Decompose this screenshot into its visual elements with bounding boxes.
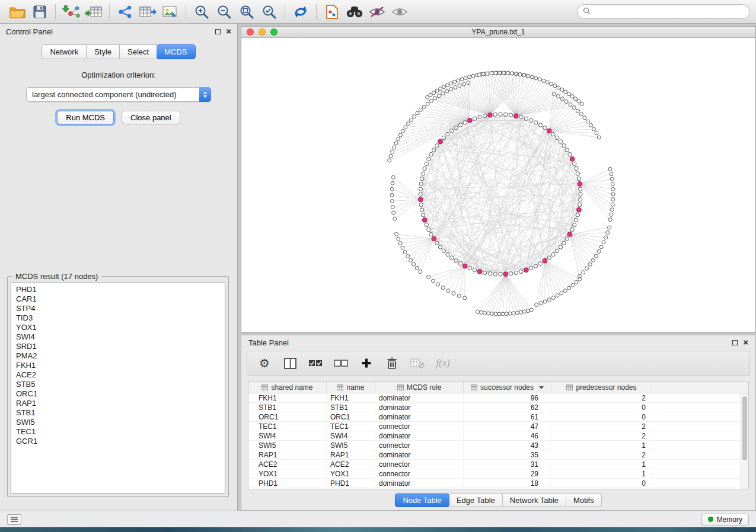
table-cell[interactable]: PHD1 (327, 479, 375, 488)
export-network-icon[interactable] (114, 2, 136, 21)
tab-select[interactable]: Select (120, 44, 157, 59)
table-scrollbar[interactable] (741, 393, 748, 489)
table-cell[interactable]: 2 (551, 431, 652, 440)
column-header-predecessor-nodes[interactable]: predecessor nodes (551, 382, 652, 393)
table-scrollbar-thumb[interactable] (742, 396, 747, 460)
table-cell[interactable]: 0 (551, 412, 652, 421)
table-cell[interactable]: 18 (464, 479, 551, 488)
table-cell[interactable]: 29 (464, 469, 551, 478)
table-cell[interactable]: dominator (375, 393, 464, 402)
table-cell[interactable]: YOX1 (248, 469, 327, 478)
tab-network[interactable]: Network (42, 44, 87, 59)
table-cell[interactable]: connector (375, 441, 464, 450)
zoom-in-icon[interactable] (190, 2, 213, 21)
table-cell[interactable]: TEC1 (327, 422, 375, 431)
table-row[interactable]: ORC1ORC1dominator610 (248, 412, 748, 422)
mcds-result-item[interactable]: YOX1 (11, 323, 225, 332)
float-panel-icon[interactable] (215, 29, 221, 34)
table-cell[interactable]: SWI5 (248, 441, 327, 450)
mcds-result-item[interactable]: STB5 (11, 380, 225, 389)
zoom-selected-icon[interactable] (258, 2, 280, 21)
column-header-successor-nodes[interactable]: successor nodes (464, 382, 551, 393)
mcds-result-item[interactable]: ACE2 (11, 370, 225, 380)
table-cell[interactable]: ACE2 (248, 460, 327, 469)
dropdown-stepper-icon[interactable] (199, 87, 211, 102)
table-cell[interactable]: dominator (375, 403, 464, 412)
select-all-icon[interactable] (308, 354, 323, 372)
mcds-result-item[interactable]: CAR1 (11, 294, 225, 304)
window-close-icon[interactable] (247, 28, 254, 36)
table-cell[interactable]: 0 (551, 479, 652, 488)
optimization-criterion-dropdown[interactable]: largest connected component (undirected) (26, 87, 211, 102)
table-cell[interactable]: 96 (464, 393, 551, 402)
mcds-result-item[interactable]: STB1 (11, 408, 225, 418)
add-column-icon[interactable] (359, 354, 374, 372)
table-cell[interactable]: 35 (464, 450, 551, 459)
table-cell[interactable]: YOX1 (327, 469, 375, 478)
table-cell[interactable]: STB1 (248, 403, 327, 412)
table-row[interactable]: RAP1RAP1dominator352 (248, 450, 748, 460)
table-cell[interactable]: 46 (464, 431, 551, 440)
table-cell[interactable]: dominator (375, 431, 464, 440)
table-cell[interactable]: 0 (551, 403, 652, 412)
table-cell[interactable]: dominator (375, 479, 464, 488)
table-row[interactable]: STB1STB1dominator620 (248, 403, 748, 412)
mcds-result-list[interactable]: PHD1CAR1STP4TID3YOX1SWI4SRD1PMA2FKH1ACE2… (11, 283, 225, 493)
column-header-shared-name[interactable]: shared name (248, 382, 327, 393)
table-cell[interactable]: 47 (464, 422, 551, 431)
mcds-result-item[interactable]: TID3 (11, 313, 225, 323)
table-cell[interactable]: 2 (551, 422, 652, 431)
table-cell[interactable]: connector (375, 422, 464, 431)
export-image-icon[interactable] (159, 2, 181, 21)
mcds-result-item[interactable]: PMA2 (11, 351, 225, 361)
table-cell[interactable]: ORC1 (248, 412, 327, 421)
table-cell[interactable]: 61 (464, 412, 551, 421)
table-row[interactable]: YOX1YOX1connector291 (248, 469, 748, 479)
mcds-result-item[interactable]: PHD1 (11, 285, 225, 294)
save-session-icon[interactable] (28, 2, 51, 21)
table-cell[interactable]: dominator (375, 450, 464, 459)
delete-column-icon[interactable] (384, 354, 400, 372)
zoom-fit-icon[interactable] (235, 2, 258, 21)
close-table-panel-icon[interactable]: × (743, 339, 748, 345)
show-columns-icon[interactable] (282, 354, 298, 372)
table-cell[interactable]: 1 (551, 441, 652, 450)
table-row[interactable]: TEC1TEC1connector472 (248, 422, 748, 431)
table-settings-gear-icon[interactable]: ⚙ (257, 354, 272, 372)
memory-button[interactable]: Memory (701, 514, 749, 525)
share-document-icon[interactable] (321, 2, 343, 21)
search-input[interactable] (594, 8, 744, 16)
mcds-result-item[interactable]: SWI4 (11, 332, 225, 342)
export-table-icon[interactable] (136, 2, 159, 21)
mcds-result-item[interactable]: ORC1 (11, 389, 225, 399)
close-panel-button[interactable]: Close panel (122, 111, 180, 124)
mcds-result-item[interactable]: GCR1 (11, 437, 225, 446)
table-cell[interactable]: 62 (464, 403, 551, 412)
column-header-mcds-role[interactable]: MCDS role (375, 382, 464, 393)
hide-graphics-details-icon[interactable] (366, 2, 388, 21)
tab-style[interactable]: Style (87, 44, 120, 59)
open-folder-icon[interactable] (6, 2, 28, 21)
tab-edge-table[interactable]: Edge Table (449, 493, 503, 507)
show-graphics-details-icon[interactable] (388, 2, 411, 21)
table-cell[interactable]: ORC1 (327, 412, 375, 421)
tab-mcds[interactable]: MCDS (157, 44, 195, 59)
table-cell[interactable]: dominator (375, 412, 464, 421)
mcds-result-item[interactable]: RAP1 (11, 399, 225, 408)
table-cell[interactable]: RAP1 (248, 450, 327, 459)
import-network-icon[interactable] (60, 2, 82, 21)
float-table-panel-icon[interactable] (732, 340, 738, 345)
table-cell[interactable]: STB1 (327, 403, 375, 412)
zoom-out-icon[interactable] (213, 2, 235, 21)
table-cell[interactable]: SWI4 (248, 431, 327, 440)
table-cell[interactable]: 2 (551, 450, 652, 459)
tab-network-table[interactable]: Network Table (503, 493, 566, 507)
table-cell[interactable]: connector (375, 469, 464, 478)
table-cell[interactable]: RAP1 (327, 450, 375, 459)
mcds-result-item[interactable]: SRD1 (11, 342, 225, 351)
table-row[interactable]: SWI4SWI4dominator462 (248, 431, 748, 441)
deselect-all-icon[interactable] (333, 354, 349, 372)
mcds-result-item[interactable]: TEC1 (11, 427, 225, 437)
apply-layout-icon[interactable] (289, 2, 312, 21)
table-cell[interactable]: FKH1 (248, 393, 327, 402)
